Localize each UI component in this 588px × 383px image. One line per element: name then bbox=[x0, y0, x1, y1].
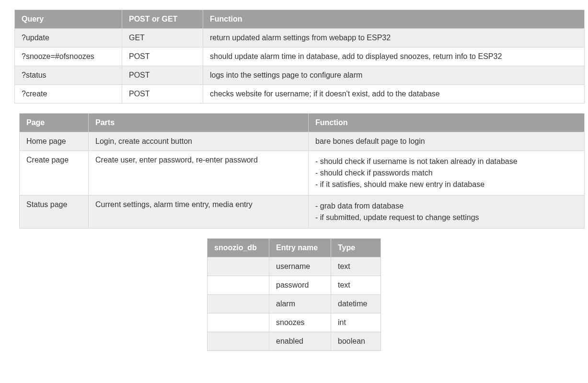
table-cell: text bbox=[331, 276, 381, 295]
queries-table: Query POST or GET Function ?updateGETret… bbox=[14, 10, 585, 104]
table-cell: POST bbox=[122, 85, 203, 104]
table-cell bbox=[208, 295, 269, 313]
header-method: POST or GET bbox=[122, 10, 203, 29]
table-cell: ?status bbox=[15, 66, 122, 85]
function-line: - should check if username is not taken … bbox=[315, 156, 577, 167]
db-body: usernametextpasswordtextalarmdatetimesno… bbox=[208, 257, 381, 351]
table-cell: snoozes bbox=[269, 313, 331, 332]
table-cell: Create page bbox=[20, 151, 89, 196]
table-cell: password bbox=[269, 276, 331, 295]
table-row: ?snooze=#ofsnoozesPOSTshould update alar… bbox=[15, 47, 585, 66]
table-row: usernametext bbox=[208, 257, 381, 276]
table-cell: should update alarm time in database, ad… bbox=[203, 47, 585, 66]
header-query: Query bbox=[15, 10, 122, 29]
table-row: Status pageCurrent settings, alarm time … bbox=[20, 196, 585, 229]
header-function: Function bbox=[309, 114, 585, 132]
table-cell: GET bbox=[122, 29, 203, 47]
table-row: snoozesint bbox=[208, 313, 381, 332]
table-cell: Status page bbox=[20, 196, 89, 229]
queries-body: ?updateGETreturn updated alarm settings … bbox=[15, 29, 585, 104]
table-cell bbox=[208, 313, 269, 332]
header-parts: Parts bbox=[89, 114, 309, 132]
table-cell bbox=[208, 257, 269, 276]
function-line: - should check if passwords match bbox=[315, 167, 577, 179]
table-cell: ?create bbox=[15, 85, 122, 104]
table-cell bbox=[208, 276, 269, 295]
table-cell: POST bbox=[122, 66, 203, 85]
table-cell: username bbox=[269, 257, 331, 276]
table-cell bbox=[208, 332, 269, 351]
table-cell: Home page bbox=[20, 132, 89, 151]
table-cell: Current settings, alarm time entry, medi… bbox=[89, 196, 309, 229]
table-cell: - grab data from database- if submitted,… bbox=[309, 196, 585, 229]
db-table: snoozio_db Entry name Type usernametextp… bbox=[207, 238, 381, 351]
table-row: passwordtext bbox=[208, 276, 381, 295]
function-line: - if submitted, update request to change… bbox=[315, 212, 577, 223]
header-page: Page bbox=[20, 114, 89, 132]
header-entry: Entry name bbox=[269, 239, 331, 257]
table-row: ?createPOSTchecks website for username; … bbox=[15, 85, 585, 104]
table-cell: alarm bbox=[269, 295, 331, 313]
header-function: Function bbox=[203, 10, 585, 29]
table-cell: datetime bbox=[331, 295, 381, 313]
pages-body: Home pageLogin, create account buttonbar… bbox=[20, 132, 585, 229]
table-cell: bare bones default page to login bbox=[309, 132, 585, 151]
table-row: Home pageLogin, create account buttonbar… bbox=[20, 132, 585, 151]
table-row: alarmdatetime bbox=[208, 295, 381, 313]
table-cell: - should check if username is not taken … bbox=[309, 151, 585, 196]
table-row: enabledboolean bbox=[208, 332, 381, 351]
table-cell: POST bbox=[122, 47, 203, 66]
header-type: Type bbox=[331, 239, 381, 257]
table-cell: checks website for username; if it doesn… bbox=[203, 85, 585, 104]
function-line: - if it satisfies, should make new entry… bbox=[315, 179, 577, 190]
table-cell: return updated alarm settings from webap… bbox=[203, 29, 585, 47]
header-db: snoozio_db bbox=[208, 239, 269, 257]
table-cell: logs into the settings page to configure… bbox=[203, 66, 585, 85]
table-cell: enabled bbox=[269, 332, 331, 351]
pages-table: Page Parts Function Home pageLogin, crea… bbox=[19, 113, 585, 229]
table-cell: int bbox=[331, 313, 381, 332]
table-cell: text bbox=[331, 257, 381, 276]
table-row: Create pageCreate user, enter password, … bbox=[20, 151, 585, 196]
table-row: ?statusPOSTlogs into the settings page t… bbox=[15, 66, 585, 85]
table-cell: ?snooze=#ofsnoozes bbox=[15, 47, 122, 66]
table-cell: boolean bbox=[331, 332, 381, 351]
function-line: - grab data from database bbox=[315, 200, 577, 212]
table-cell: Login, create account button bbox=[89, 132, 309, 151]
table-cell: ?update bbox=[15, 29, 122, 47]
table-row: ?updateGETreturn updated alarm settings … bbox=[15, 29, 585, 47]
table-cell: Create user, enter password, re-enter pa… bbox=[89, 151, 309, 196]
